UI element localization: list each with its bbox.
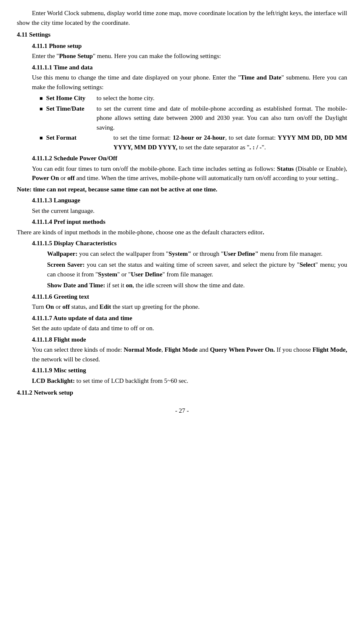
bullet-content-time-date: to set the current time and date of mobi… xyxy=(97,104,347,133)
wallpaper-para: Wallpaper: you can select the wallpaper … xyxy=(47,249,347,259)
top-paragraph: Enter World Clock submenu, display world… xyxy=(17,8,347,27)
heading-4112: 4.11.2 Network setup xyxy=(17,388,347,398)
bullet-content-format: to set the time format: 12-hour or 24-ho… xyxy=(113,133,347,152)
content-41116: Turn On or off status, and Edit the star… xyxy=(32,302,347,312)
heading-41116: 4.11.1.6 Greeting text xyxy=(32,292,347,302)
heading-41115: 4.11.1.5 Display Characteristics xyxy=(32,239,347,248)
content-41114: There are kinds of input methods in the … xyxy=(17,228,347,237)
bullet-content-home-city: to select the home city. xyxy=(97,93,347,103)
bullet-label-home-city: Set Home City xyxy=(46,93,97,103)
bullet-set-home-city: ■ Set Home City to select the home city. xyxy=(40,93,347,103)
content-41119: LCD Backlight: to set time of LCD backli… xyxy=(32,376,347,386)
heading-41113: 4.11.1.3 Language xyxy=(32,196,347,205)
bullet-icon-3: ■ xyxy=(40,134,43,142)
heading-41114: 4.11.1.4 Pref input methods xyxy=(32,217,347,227)
page-content: Enter World Clock submenu, display world… xyxy=(17,8,347,415)
content-41113: Set the current language. xyxy=(32,206,347,216)
heading-4111: 4.11.1 Phone setup xyxy=(32,41,347,51)
content-41118: You can select three kinds of mode: Norm… xyxy=(32,345,347,364)
heading-41118: 4.11.1.8 Flight mode xyxy=(32,335,347,345)
screensaver-para: Screen Saver: you can set the status and… xyxy=(47,260,347,279)
page-number: - 27 - xyxy=(17,406,347,416)
bullet-set-time-date: ■ Set Time/Date to set the current time … xyxy=(40,104,347,133)
intro-4111: Enter the "Phone Setup" menu. Here you c… xyxy=(32,51,347,61)
content-41117: Set the auto update of data and time to … xyxy=(32,324,347,333)
showdate-para: Show Date and Time: if set it on, the id… xyxy=(47,281,347,290)
bullet-label-time-date: Set Time/Date xyxy=(46,104,97,114)
bullet-label-format: Set Format xyxy=(46,133,113,143)
heading-41111: 4.11.1.1 Time and data xyxy=(32,63,347,72)
note-41112: Note: time can not repeat, because same … xyxy=(17,185,347,194)
bullet-set-format: ■ Set Format to set the time format: 12-… xyxy=(40,133,347,152)
bullet-icon-1: ■ xyxy=(40,94,43,103)
heading-41119: 4.11.1.9 Misc setting xyxy=(32,366,347,375)
heading-41112: 4.11.1.2 Schedule Power On/Off xyxy=(32,154,347,163)
content-41112: You can edit four times to turn on/off t… xyxy=(32,164,347,183)
heading-41117: 4.11.1.7 Auto update of data and time xyxy=(32,313,347,323)
intro-41111: Use this menu to change the time and dat… xyxy=(32,73,347,92)
heading-411: 4.11 Settings xyxy=(17,30,347,40)
bullet-icon-2: ■ xyxy=(40,105,43,113)
